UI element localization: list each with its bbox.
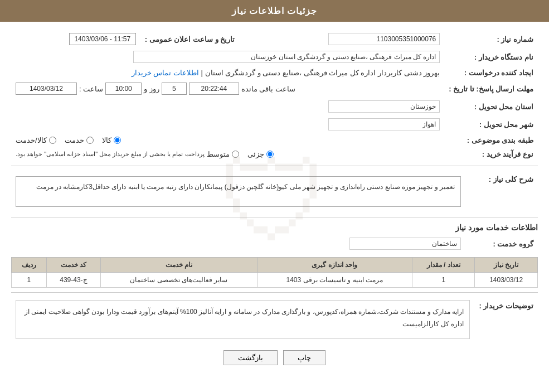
- row-ostan: استان محل تحویل : خوزستان: [11, 98, 538, 115]
- radio-item-motevaset: متوسط: [207, 150, 239, 158]
- divider-2: [11, 217, 538, 217]
- label-kala-khedmat: کالا/خدمت: [16, 136, 47, 144]
- label-sharhKoli: شرح کلی نیاز :: [465, 171, 538, 212]
- services-table-header: تاریخ نیاز تعداد / مقدار واحد اندازه گیر…: [12, 258, 538, 273]
- radio-motevaset[interactable]: [232, 151, 239, 158]
- value-shahr: اهواز: [328, 118, 440, 130]
- value-groupKhedmat: ساختمان: [349, 238, 461, 250]
- table-row: 1403/03/121مرمت ابنیه و تاسیسات برقی 140…: [12, 273, 538, 288]
- label-shahr: شهر محل تحویل :: [444, 115, 538, 133]
- label-khedmat: خدمت: [65, 136, 84, 144]
- towzihat-table: توضیحات خریدار : ارایه مدارک و مستندات ش…: [11, 297, 538, 342]
- col-tedad: تعداد / مقدار: [412, 258, 475, 273]
- value-towzihat: ارایه مدارک و مستندات شرکت،شماره همراه،ک…: [16, 300, 470, 339]
- label-towzihat: توضیحات خریدار :: [474, 297, 538, 342]
- row-mohlat: مهلت ارسال پاسخ: تا تاریخ : 1403/03/12 س…: [11, 80, 538, 98]
- saet-value: 10:00: [105, 83, 142, 95]
- label-motevaset: متوسط: [207, 150, 230, 158]
- baqiMande-value: 20:22:44: [189, 83, 239, 95]
- divider-1: [11, 166, 538, 166]
- radio-jozi[interactable]: [266, 151, 274, 158]
- cell-nam: سایر فعالیت‌های تخصصی ساختمان: [100, 273, 257, 288]
- cell-vahed: مرمت ابنیه و تاسیسات برقی 1403: [257, 273, 412, 288]
- farayand-row: پرداخت تمام یا بخشی از مبلغ خریداز محل "…: [16, 150, 440, 158]
- label-ijadKonande: ایجاد کننده درخواست :: [444, 66, 538, 80]
- radio-item-jozi: جزئی: [247, 150, 274, 158]
- cell-tedad: 1: [412, 273, 475, 288]
- noeFarayand-note: پرداخت تمام یا بخشی از مبلغ خریداز محل "…: [16, 151, 205, 158]
- label-ostan: استان محل تحویل :: [444, 98, 538, 115]
- group-khedmat-table: گروه خدمت : ساختمان: [11, 235, 538, 253]
- tabaqe-radio-group: کالا/خدمت خدمت کالا: [16, 136, 440, 144]
- row-tabaqe: طبقه بندی موضوعی : کالا/خدمت خدمت کالا: [11, 133, 538, 147]
- ettelaatTamas-link[interactable]: اطلاعات تماس خریدار: [132, 69, 199, 77]
- row-shomareNiaz: شماره نیاز : 1103005351000076 تاریخ و سا…: [11, 30, 538, 48]
- value-ostan: خوزستان: [328, 100, 440, 113]
- label-shomareNiaz: شماره نیاز :: [444, 30, 538, 48]
- label-baqiMande: ساعت باقی مانده: [241, 85, 295, 93]
- services-table: تاریخ نیاز تعداد / مقدار واحد اندازه گیر…: [11, 257, 538, 288]
- farayand-radio-group: متوسط جزئی: [207, 150, 274, 158]
- chap-button[interactable]: چاپ: [283, 350, 325, 365]
- row-noeFarayand: نوع فرآیند خرید : پرداخت تمام یا بخشی از…: [11, 147, 538, 161]
- label-saet: ساعت :: [79, 85, 103, 93]
- services-table-body: 1403/03/121مرمت ابنیه و تاسیسات برقی 140…: [12, 273, 538, 288]
- radio-item-kala: کالا: [102, 136, 121, 144]
- cell-tarikh: 1403/03/12: [475, 273, 538, 288]
- section-khadamat: اطلاعات خدمات مورد نیاز: [11, 223, 538, 232]
- col-nam: نام خدمت: [100, 258, 257, 273]
- col-tarikh: تاریخ نیاز: [475, 258, 538, 273]
- label-namDastgah: نام دستگاه خریدار :: [444, 48, 538, 66]
- date-value: 1403/03/12: [16, 83, 77, 95]
- button-bar: چاپ بازگشت: [11, 350, 538, 365]
- col-kod: کد خدمت: [46, 258, 100, 273]
- col-vahed: واحد اندازه گیری: [257, 258, 412, 273]
- label-kala: کالا: [102, 136, 111, 144]
- header-title: جزئیات اطلاعات نیاز: [232, 6, 318, 16]
- value-sharhKoli: تعمیر و تجهیز موزه صنایع دستی راه‌اندازی…: [16, 176, 461, 207]
- cell-kod: ج-43-439: [46, 273, 100, 288]
- sharh-table: شرح کلی نیاز : تعمیر و تجهیز موزه صنایع …: [11, 171, 538, 212]
- radio-khedmat[interactable]: [86, 137, 94, 144]
- page-header: جزئیات اطلاعات نیاز: [0, 0, 549, 22]
- cell-radif: 1: [12, 273, 47, 288]
- row-namDastgah: نام دستگاه خریدار : اداره کل میراث فرهنگ…: [11, 48, 538, 66]
- mohlat-row: 1403/03/12 ساعت : 10:00 روز و 5 20:22:44…: [16, 83, 440, 95]
- value-ijadKonande: بهروز دشتی کاربردار اداره کل میراث فرهنگ…: [201, 69, 440, 77]
- radio-item-kala-khedmat: کالا/خدمت: [16, 136, 56, 144]
- label-groupKhedmat: گروه خدمت :: [465, 235, 538, 253]
- label-tarikhElan: تاریخ و ساعت اعلان عمومی :: [140, 30, 239, 48]
- row-shahr: شهر محل تحویل : اهواز: [11, 115, 538, 133]
- row-towzihat: توضیحات خریدار : ارایه مدارک و مستندات ش…: [11, 297, 538, 342]
- label-tabaqe: طبقه بندی موضوعی :: [444, 133, 538, 147]
- label-jozi: جزئی: [247, 150, 264, 158]
- value-tarikhElan: 1403/03/06 - 11:57: [69, 33, 136, 45]
- radio-item-khedmat: خدمت: [65, 136, 94, 144]
- row-sharh: شرح کلی نیاز : تعمیر و تجهیز موزه صنایع …: [11, 171, 538, 212]
- main-info-table: شماره نیاز : 1103005351000076 تاریخ و سا…: [11, 30, 538, 161]
- value-shomareNiaz: 1103005351000076: [328, 33, 440, 45]
- radio-kala-khedmat[interactable]: [49, 137, 56, 144]
- divider-3: [11, 292, 538, 293]
- radio-kala[interactable]: [114, 137, 121, 144]
- roz-value: 5: [162, 83, 187, 95]
- value-namDastgah: اداره کل میراث فرهنگی ،صنایع دستی و گردش…: [133, 51, 440, 63]
- label-mohlat: مهلت ارسال پاسخ: تا تاریخ :: [444, 80, 538, 98]
- bazgasht-button[interactable]: بازگشت: [224, 350, 278, 365]
- col-radif: ردیف: [12, 258, 47, 273]
- row-ijadKonande: ایجاد کننده درخواست : بهروز دشتی کاربردا…: [11, 66, 538, 80]
- row-groupKhedmat: گروه خدمت : ساختمان: [11, 235, 538, 253]
- label-noeFarayand: نوع فرآیند خرید :: [444, 147, 538, 161]
- label-roz: روز و: [144, 85, 159, 93]
- header-row: تاریخ نیاز تعداد / مقدار واحد اندازه گیر…: [12, 258, 538, 273]
